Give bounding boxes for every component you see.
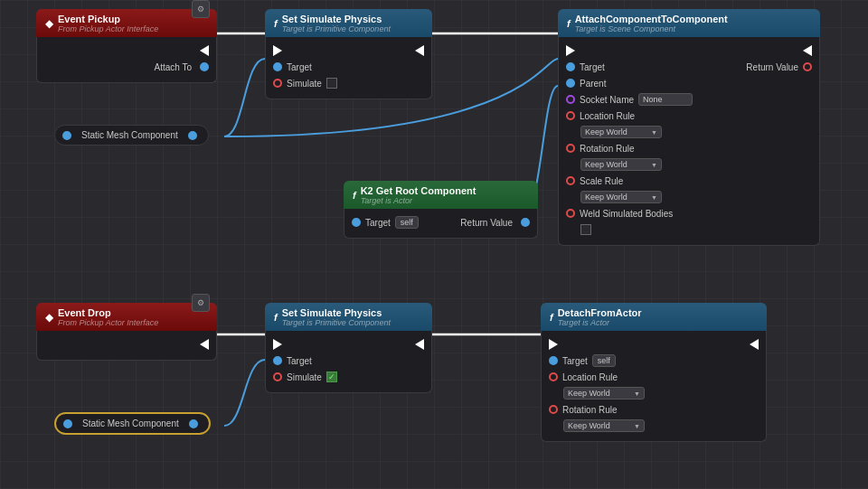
ss-top-simulate-checkbox[interactable] [326,78,337,89]
k2-title: K2 Get Root Component [361,185,476,196]
func-icon-top: f [274,18,278,29]
location-rule-value: Keep World [585,127,627,136]
exec-out-pin[interactable] [200,45,209,56]
attach-to-pin[interactable] [200,62,209,71]
attach-exec-in[interactable] [566,45,575,56]
attach-title: AttachComponentToComponent [575,14,728,24]
attach-to-label: Attach To [154,62,192,72]
rotation-rule-dropdown[interactable]: Keep World ▼ [580,158,662,171]
attach-rotation-row: Rotation Rule [559,140,819,156]
attach-subtitle: Target is Scene Component [575,24,728,33]
detach-exec-out[interactable] [750,339,759,350]
attach-rotation-pin[interactable] [566,144,575,153]
detach-title: DetachFromActor [558,307,642,318]
event-icon: ◆ [45,17,53,30]
k2-subtitle: Target is Actor [361,196,476,205]
func-icon-bottom: f [274,312,278,323]
detach-location-dropdown[interactable]: Keep World ▼ [563,387,645,400]
location-arrow: ▼ [651,129,657,136]
attach-weld-pin[interactable] [566,209,575,218]
attach-target-label: Target [580,62,605,72]
attach-weld-cb-row [559,221,819,238]
attach-socket-label: Socket Name [580,95,634,105]
event-drop-exec-out[interactable] [200,339,209,350]
detach-location-value: Keep World [568,389,610,398]
set-simulate-top-title: Set Simulate Physics [282,14,391,24]
static-mesh-top-pin[interactable] [62,131,71,140]
ss-bot-target-pin[interactable] [273,356,282,365]
ss-top-target-row: Target [266,59,431,75]
k2-self-badge: self [395,216,419,229]
static-mesh-top[interactable]: Static Mesh Component [54,125,209,146]
attach-scale-label: Scale Rule [580,176,623,186]
ss-top-exec-out[interactable] [415,45,424,56]
ss-top-exec-row [266,42,431,59]
static-mesh-bottom[interactable]: Static Mesh Component [54,412,211,435]
event-drop-gear: ⚙ [192,294,210,312]
detach-target-row: Target self [542,353,766,369]
attach-target-pin[interactable] [566,62,575,71]
attach-parent-pin[interactable] [566,79,575,88]
event-drop-node: ◆ Event Drop From Pickup Actor Interface… [36,303,217,361]
ss-bot-simulate-checkbox[interactable]: ✓ [326,371,337,382]
attach-scale-dd-row: Keep World ▼ [559,189,819,205]
k2-return-label: Return Value [460,218,513,228]
attach-location-row: Location Rule [559,108,819,124]
event-drop-title: Event Drop [58,307,158,318]
ss-bot-exec-row [266,336,431,353]
attach-to-row: Attach To [37,59,216,75]
attach-weld-row: Weld Simulated Bodies [559,205,819,221]
detach-location-row: Location Rule [542,369,766,385]
static-mesh-top-label: Static Mesh Component [81,130,178,140]
socket-name-dropdown[interactable]: None [638,93,693,106]
scale-rule-dropdown[interactable]: Keep World ▼ [580,191,662,203]
detach-exec-row [542,336,766,353]
scale-arrow: ▼ [651,194,657,201]
detach-rotation-label: Rotation Rule [562,405,618,415]
detach-rotation-dd-row: Keep World ▼ [542,418,766,434]
detach-rotation-value: Keep World [568,421,610,430]
detach-location-pin[interactable] [549,372,558,381]
ss-top-target-label: Target [287,62,312,72]
attach-exec-out[interactable] [803,45,812,56]
static-mesh-top-out-pin[interactable] [188,131,197,140]
static-mesh-bottom-out-pin[interactable] [189,419,198,428]
ss-top-simulate-label: Simulate [287,79,322,89]
detach-func-icon: f [550,312,553,323]
k2-target-pin[interactable] [352,218,361,227]
location-rule-dropdown[interactable]: Keep World ▼ [580,126,662,138]
ss-bot-target-row: Target [266,353,431,369]
ss-bot-simulate-row: Simulate ✓ [266,369,431,385]
set-simulate-top-subtitle: Target is Primitive Component [282,24,391,33]
attach-location-label: Location Rule [580,111,635,121]
attach-parent-label: Parent [580,79,606,89]
ss-top-exec-in[interactable] [273,45,282,56]
event-drop-exec-row [37,336,216,353]
attach-target-row: Target Return Value [559,59,819,75]
k2-get-root-node: f K2 Get Root Component Target is Actor … [344,181,538,239]
attach-location-pin[interactable] [566,111,575,120]
set-simulate-top-node: f Set Simulate Physics Target is Primiti… [265,9,432,99]
event-drop-icon: ◆ [45,311,53,324]
detach-rotation-pin[interactable] [549,405,558,414]
detach-subtitle: Target is Actor [558,318,642,327]
weld-checkbox[interactable] [580,224,591,235]
attach-return-pin[interactable] [803,62,812,71]
k2-return-pin[interactable] [521,218,530,227]
detach-target-label: Target [562,356,588,366]
ss-top-target-pin[interactable] [273,62,282,71]
static-mesh-bottom-pin[interactable] [63,419,72,428]
detach-rotation-arrow: ▼ [634,423,640,429]
ss-top-simulate-row: Simulate [266,75,431,91]
rotation-arrow: ▼ [651,162,657,168]
detach-rotation-dropdown[interactable]: Keep World ▼ [563,419,645,432]
ss-top-simulate-pin[interactable] [273,79,282,88]
detach-exec-in[interactable] [549,339,558,350]
ss-bot-simulate-pin[interactable] [273,372,282,381]
attach-scale-pin[interactable] [566,176,575,185]
attach-exec-row [559,42,819,59]
attach-socket-pin[interactable] [566,95,575,104]
ss-bot-exec-in[interactable] [273,339,282,350]
detach-target-pin[interactable] [549,356,558,365]
ss-bot-exec-out[interactable] [415,339,424,350]
